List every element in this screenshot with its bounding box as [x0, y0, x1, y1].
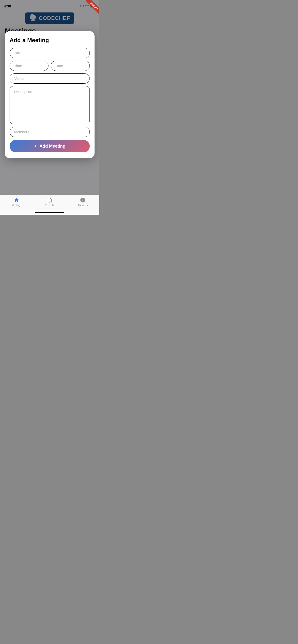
- debug-ribbon: DEBUG: [83, 0, 99, 17]
- add-meeting-modal: Add a Meeting + Add Meeting: [5, 31, 95, 158]
- add-btn-label: Add Meeting: [39, 144, 65, 149]
- tab-bar: Meetings Projects About Us: [0, 195, 99, 215]
- home-indicator: [35, 212, 64, 213]
- about-tab-label: About Us: [78, 204, 88, 206]
- add-meeting-button[interactable]: + Add Meeting: [10, 140, 90, 152]
- add-btn-plus-icon: +: [34, 144, 37, 149]
- tab-meetings[interactable]: Meetings: [0, 197, 33, 206]
- time-input[interactable]: [10, 60, 49, 71]
- projects-tab-icon: [47, 197, 53, 203]
- modal-title: Add a Meeting: [10, 37, 90, 44]
- form-fields: [10, 48, 90, 137]
- title-input[interactable]: [10, 48, 90, 58]
- projects-tab-label: Projects: [45, 204, 54, 206]
- meetings-tab-label: Meetings: [12, 204, 22, 206]
- date-input[interactable]: [51, 60, 90, 71]
- venue-input[interactable]: [10, 73, 90, 84]
- time-date-row: [10, 60, 90, 71]
- tab-projects[interactable]: Projects: [33, 197, 66, 206]
- tab-about[interactable]: About Us: [66, 197, 99, 206]
- description-input[interactable]: [10, 86, 90, 124]
- debug-label: DEBUG: [86, 0, 99, 14]
- about-tab-icon: [80, 197, 86, 203]
- meetings-tab-icon: [14, 197, 20, 203]
- members-input[interactable]: [10, 127, 90, 137]
